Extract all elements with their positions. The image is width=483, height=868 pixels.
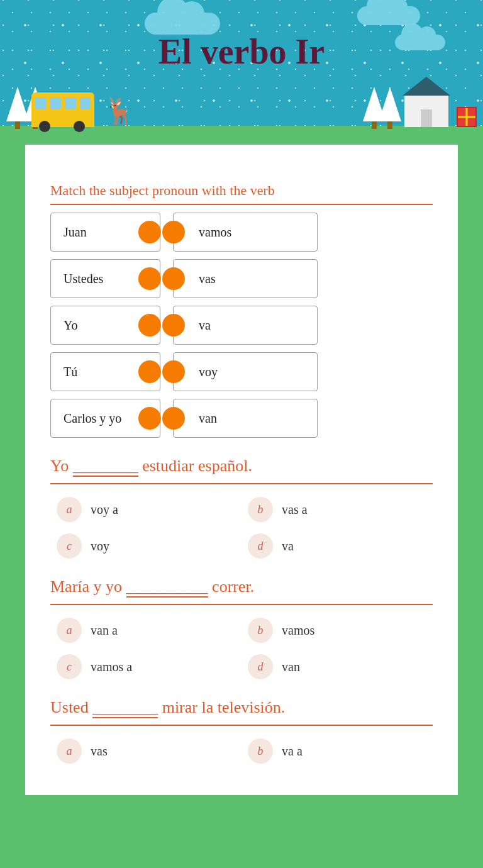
match-card-left[interactable]: Ustedes (50, 259, 160, 298)
matching-row: Juan vamos (50, 213, 433, 252)
match-card-right[interactable]: van (173, 399, 318, 438)
fill-question-2: María y yo __________ correr. (50, 577, 433, 605)
q2-after: correr. (212, 577, 254, 596)
choice-item[interactable]: c voy (57, 533, 235, 559)
choice-badge-d: d (248, 654, 273, 679)
match-card-right[interactable]: voy (173, 352, 318, 391)
match-label-yo: Yo (51, 318, 77, 333)
choice-badge-d: d (248, 533, 273, 559)
choice-text-a: voy a (91, 503, 118, 517)
connector-circle (138, 314, 161, 337)
match-label-voy: voy (189, 365, 218, 379)
fill-section-3: Usted ________ mirar la televisión. a va… (50, 698, 433, 764)
choice-badge-c: c (57, 533, 82, 559)
q3-after: mirar la televisión. (162, 698, 286, 716)
match-label-van: van (189, 411, 217, 426)
choice-badge-a: a (57, 738, 82, 764)
match-card-left[interactable]: Tú (50, 352, 160, 391)
choice-badge-b: b (248, 497, 273, 522)
match-label-carlos: Carlos y yo (51, 411, 121, 426)
bus-decoration (31, 92, 94, 127)
page-title: El verbo Ir (158, 31, 325, 72)
q1-before: Yo (50, 457, 69, 475)
connector-circle (138, 407, 161, 430)
connector-circle (162, 221, 185, 243)
connector-circle (162, 360, 185, 383)
connector-circle (162, 314, 185, 337)
choice-text-d: van (282, 660, 300, 674)
house-decoration (404, 96, 448, 127)
gift-decoration (457, 107, 477, 127)
choices-grid-3: a vas b va a (50, 738, 433, 764)
choice-item[interactable]: a vas (57, 738, 235, 764)
choice-text-c: vamos a (91, 660, 132, 674)
fill-section-2: María y yo __________ correr. a van a b … (50, 577, 433, 679)
match-card-right[interactable]: va (173, 306, 318, 345)
q1-blank: ________ (73, 457, 143, 475)
choice-text-a: vas (91, 744, 108, 759)
choices-grid-1: a voy a b vas a c voy d va (50, 497, 433, 559)
q2-before: María y yo (50, 577, 122, 596)
connector-circle (138, 267, 161, 290)
fill-question-3: Usted ________ mirar la televisión. (50, 698, 433, 726)
matching-grid: Juan vamos Ustedes vas (50, 213, 433, 438)
choices-grid-2: a van a b vamos c vamos a d van (50, 618, 433, 679)
choice-text-a: van a (91, 623, 118, 638)
choice-text-c: voy (91, 539, 109, 554)
q3-blank: ________ (92, 698, 162, 716)
choice-text-b: vas a (282, 503, 308, 517)
tree-decoration (379, 87, 401, 129)
choice-badge-a: a (57, 497, 82, 522)
q1-after: estudiar español. (142, 457, 252, 475)
connector-circle (138, 221, 161, 243)
match-label-ustedes: Ustedes (51, 272, 103, 286)
match-card-left[interactable]: Juan (50, 213, 160, 252)
main-content: Match the subject pronoun with the verb … (25, 145, 458, 795)
choice-badge-b: b (248, 618, 273, 643)
choice-item[interactable]: a van a (57, 618, 235, 643)
choice-item[interactable]: b vas a (248, 497, 426, 522)
match-label-va: va (189, 318, 211, 333)
choice-text-b: va a (282, 744, 303, 759)
match-label-juan: Juan (51, 225, 87, 240)
choice-item[interactable]: d van (248, 654, 426, 679)
matching-row: Ustedes vas (50, 259, 433, 298)
fill-section-1: Yo ________ estudiar español. a voy a b … (50, 457, 433, 559)
matching-row: Tú voy (50, 352, 433, 391)
cloud-decoration (357, 6, 420, 25)
choice-badge-a: a (57, 618, 82, 643)
choice-badge-b: b (248, 738, 273, 764)
matching-row: Carlos y yo van (50, 399, 433, 438)
connector-circle (138, 360, 161, 383)
choice-text-d: va (282, 539, 294, 554)
matching-row: Yo va (50, 306, 433, 345)
choice-item[interactable]: c vamos a (57, 654, 235, 679)
match-label-vamos: vamos (189, 225, 231, 240)
hero-section: El verbo Ir 🦌 (0, 0, 483, 145)
ground-decoration (0, 126, 483, 145)
q2-blank: __________ (126, 577, 213, 596)
choice-item[interactable]: a voy a (57, 497, 235, 522)
q3-before: Usted (50, 698, 89, 716)
fill-question-1: Yo ________ estudiar español. (50, 457, 433, 484)
connector-circle (162, 407, 185, 430)
match-card-left[interactable]: Carlos y yo (50, 399, 160, 438)
reindeer-decoration: 🦌 (104, 96, 135, 126)
choice-text-b: vamos (282, 623, 314, 638)
matching-heading: Match the subject pronoun with the verb (50, 182, 433, 205)
connector-circle (162, 267, 185, 290)
match-label-vas: vas (189, 272, 216, 286)
match-label-tu: Tú (51, 365, 77, 379)
choice-item[interactable]: d va (248, 533, 426, 559)
match-card-right[interactable]: vamos (173, 213, 318, 252)
matching-section: Match the subject pronoun with the verb … (50, 182, 433, 438)
match-card-right[interactable]: vas (173, 259, 318, 298)
choice-badge-c: c (57, 654, 82, 679)
match-card-left[interactable]: Yo (50, 306, 160, 345)
cloud-decoration (395, 35, 445, 50)
choice-item[interactable]: b va a (248, 738, 426, 764)
choice-item[interactable]: b vamos (248, 618, 426, 643)
